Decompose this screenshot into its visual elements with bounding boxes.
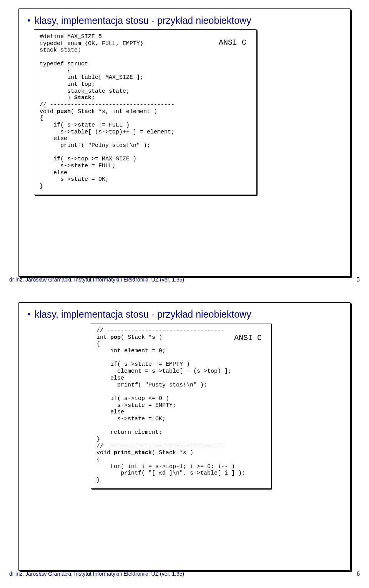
- slide-title: klasy, implementacja stosu - przykład ni…: [35, 308, 251, 320]
- code-block: #define MAX_SIZE 5 typedef enum {OK, FUL…: [40, 33, 251, 190]
- code-line: typedef enum {OK, FULL, EMPTY}: [40, 40, 143, 47]
- code-line: }: [96, 477, 100, 483]
- slide-2: klasy, implementacja stosu - przykład ni…: [0, 294, 369, 588]
- code-line: int element = 0;: [96, 348, 166, 354]
- slide-title: klasy, implementacja stosu - przykład ni…: [35, 15, 251, 26]
- slide-footer: dr inż. Jarosław Gramacki, Instytut Info…: [9, 570, 360, 577]
- code-frame: ANSI C // ------------------------------…: [91, 323, 271, 489]
- code-line: void: [96, 450, 114, 456]
- title-row: klasy, implementacja stosu - przykład ni…: [28, 15, 344, 26]
- code-line: printf( "Pusty stos!\n" );: [96, 382, 207, 388]
- code-line: if( s->state != FULL ): [40, 122, 130, 128]
- code-line: s->state = EMPTY;: [96, 402, 176, 409]
- language-label: ANSI C: [234, 333, 262, 342]
- code-line: element = s->table[ --(s->top) ];: [96, 368, 231, 375]
- code-block: // ---------------------------------- in…: [96, 327, 266, 484]
- code-line: // ------------------------------------: [40, 102, 175, 108]
- outer-frame: klasy, implementacja stosu - przykład ni…: [18, 8, 351, 277]
- code-line: else: [40, 135, 67, 142]
- slide-footer: dr inż. Jarosław Gramacki, Instytut Info…: [9, 276, 360, 283]
- code-line: s->state = FULL;: [40, 163, 116, 169]
- code-line: stack_state state;: [40, 88, 130, 95]
- code-line: if( s->top >= MAX_SIZE ): [40, 156, 136, 162]
- code-line: int table[ MAX_SIZE ];: [40, 74, 143, 81]
- page-number: 6: [357, 570, 360, 577]
- footer-text: dr inż. Jarosław Gramacki, Instytut Info…: [9, 571, 184, 577]
- code-line: s->state = OK;: [96, 416, 166, 422]
- code-line: printf( "Pelny stos!\n" );: [40, 142, 150, 149]
- code-keyword: pop: [110, 334, 121, 341]
- code-line: int top;: [40, 81, 95, 88]
- code-keyword: push: [57, 108, 71, 115]
- code-keyword: print_stack: [114, 450, 152, 456]
- language-label: ANSI C: [219, 38, 246, 47]
- code-line: for( int i = s->top-1; i >= 0; i-- ): [96, 463, 235, 470]
- code-line: printf( "[ %d ]\n", s->table[ i ] );: [96, 470, 245, 476]
- code-line: // ----------------------------------: [96, 443, 224, 450]
- code-line: else: [40, 170, 67, 176]
- code-line: ( Stack *s ): [121, 334, 162, 341]
- code-line: typedef struct: [40, 61, 88, 67]
- code-line: {: [96, 456, 100, 463]
- code-line: ( Stack *s ): [152, 450, 193, 456]
- code-keyword: Stack;: [74, 95, 95, 101]
- bullet-icon: [28, 19, 30, 22]
- bullet-icon: [28, 313, 30, 315]
- code-line: #define MAX_SIZE 5: [40, 33, 102, 40]
- code-line: s->state = OK;: [40, 176, 109, 183]
- code-line: if( s->top <= 0 ): [96, 395, 169, 402]
- code-line: int: [96, 334, 110, 341]
- code-line: s->table[ (s->top)++ ] = element;: [40, 129, 175, 135]
- slide-1: klasy, implementacja stosu - przykład ni…: [0, 0, 369, 294]
- code-line: {: [96, 341, 100, 347]
- code-line: }: [96, 436, 100, 443]
- outer-frame: klasy, implementacja stosu - przykład ni…: [18, 302, 351, 571]
- code-line: else: [96, 375, 124, 381]
- page-number: 5: [357, 276, 360, 283]
- code-line: ( Stack *s, int element ): [71, 108, 157, 115]
- code-line: stack_state;: [40, 47, 81, 53]
- code-line: }: [40, 95, 74, 101]
- code-line: }: [40, 183, 43, 190]
- code-line: // ----------------------------------: [96, 327, 224, 334]
- footer-text: dr inż. Jarosław Gramacki, Instytut Info…: [9, 277, 184, 283]
- code-line: else: [96, 409, 124, 415]
- code-line: void: [40, 108, 57, 115]
- code-line: if( s->state != EMPTY ): [96, 361, 190, 368]
- code-line: {: [40, 67, 71, 74]
- code-line: {: [40, 115, 43, 122]
- code-line: return element;: [96, 429, 162, 436]
- title-row: klasy, implementacja stosu - przykład ni…: [28, 308, 344, 320]
- code-frame: ANSI C #define MAX_SIZE 5 typedef enum {…: [34, 29, 257, 195]
